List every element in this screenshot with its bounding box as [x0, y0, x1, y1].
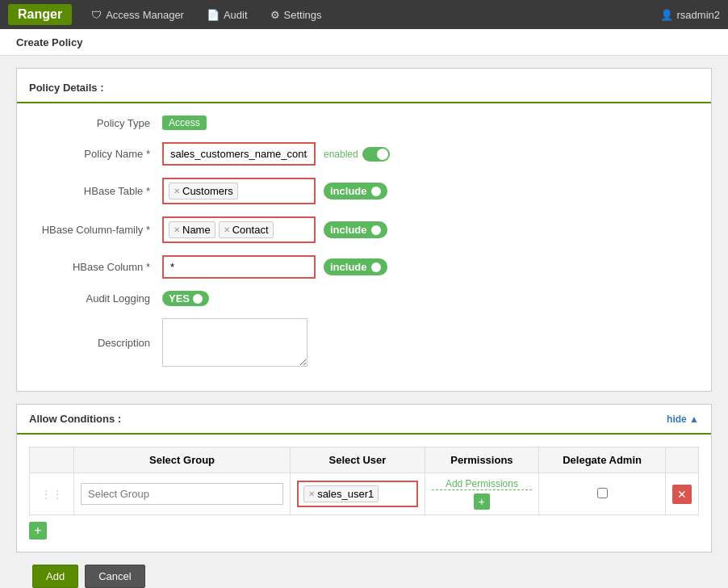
page-title-bar: Create Policy [0, 29, 728, 56]
select-group-input[interactable] [81, 483, 283, 505]
hbase-table-include-toggle[interactable]: include [324, 183, 387, 200]
policy-enabled-label: enabled [324, 149, 358, 160]
delegate-admin-checkbox[interactable] [597, 488, 608, 498]
delete-row-button[interactable]: ✕ [672, 485, 692, 504]
user-tag-close-icon[interactable]: ✕ [308, 489, 315, 498]
hbase-table-row: HBase Table * ✕ Customers include [17, 178, 711, 204]
add-row-button[interactable]: + [29, 522, 47, 540]
allow-conditions-title: Allow Conditions : [29, 413, 121, 425]
audit-logging-row: Audit Logging YES [17, 291, 711, 306]
hbase-column-value: include [162, 255, 387, 279]
tag-close-icon[interactable]: ✕ [174, 187, 180, 195]
description-value [162, 318, 308, 367]
audit-toggle-knob [193, 294, 203, 304]
hbase-column-family-input[interactable]: ✕ Name ✕ Contact [162, 216, 316, 243]
policy-details-section: Policy Details : Policy Type Access Poli… [16, 68, 712, 392]
contact-tag: ✕ Contact [219, 221, 274, 238]
hbase-column-family-label: HBase Column-family * [33, 224, 162, 236]
description-row: Description [17, 318, 711, 367]
bottom-buttons: Add Cancel [16, 552, 712, 588]
select-user-input[interactable]: ✕ sales_user1 [297, 481, 418, 507]
name-tag-close-icon[interactable]: ✕ [174, 225, 180, 234]
policy-type-badge: Access [162, 116, 207, 130]
policy-name-label: Policy Name * [33, 148, 162, 160]
delete-cell: ✕ [666, 473, 699, 515]
allow-conditions-header: Allow Conditions : hide ▲ [17, 405, 711, 435]
hbase-column-input[interactable] [162, 255, 316, 279]
hbase-column-family-row: HBase Column-family * ✕ Name ✕ Contact i… [17, 216, 711, 243]
policy-enabled-toggle-wrap: enabled [324, 147, 390, 162]
delegate-admin-cell [539, 473, 666, 515]
delete-col-header [666, 447, 699, 473]
add-button[interactable]: Add [32, 565, 78, 588]
hbase-column-family-include-toggle[interactable]: include [324, 221, 387, 238]
shield-icon: 🛡 [91, 9, 102, 21]
audit-icon: 📄 [207, 9, 220, 21]
hide-link[interactable]: hide ▲ [667, 414, 699, 425]
cancel-button[interactable]: Cancel [85, 565, 144, 588]
customers-tag: ✕ Customers [169, 183, 238, 200]
policy-name-value: enabled [162, 142, 390, 166]
allow-table: Select Group Select User Permissions Del… [29, 447, 699, 515]
allow-conditions-section: Allow Conditions : hide ▲ Select Group S… [16, 404, 712, 552]
main-content: Policy Details : Policy Type Access Poli… [0, 56, 728, 588]
description-textarea[interactable] [162, 318, 308, 367]
hbase-column-label: HBase Column * [33, 261, 162, 273]
hbase-column-family-toggle-knob [371, 225, 381, 235]
add-permissions-button[interactable]: + [474, 494, 490, 510]
add-permissions-link[interactable]: Add Permissions [432, 478, 532, 490]
sales-user1-tag: ✕ sales_user1 [303, 485, 379, 502]
policy-name-row: Policy Name * enabled [17, 142, 711, 166]
policy-name-input[interactable] [162, 142, 316, 166]
nav-settings[interactable]: ⚙ Settings [259, 2, 333, 27]
top-navigation: Ranger 🛡 Access Manager 📄 Audit ⚙ Settin… [0, 0, 728, 29]
drag-handle-cell: ⋮⋮ [30, 473, 74, 515]
select-user-cell: ✕ sales_user1 [291, 473, 425, 515]
allow-table-wrap: Select Group Select User Permissions Del… [17, 435, 711, 552]
hbase-column-row: HBase Column * include [17, 255, 711, 279]
policy-type-row: Policy Type Access [17, 116, 711, 130]
page-title: Create Policy [16, 36, 82, 48]
table-row: ⋮⋮ ✕ sales_user1 [30, 473, 699, 515]
audit-logging-value: YES [162, 291, 209, 306]
nav-audit[interactable]: 📄 Audit [195, 2, 259, 27]
hbase-column-family-value: ✕ Name ✕ Contact include [162, 216, 387, 243]
add-row-wrap: + [29, 515, 699, 540]
hbase-table-value: ✕ Customers include [162, 178, 387, 204]
audit-logging-label: Audit Logging [33, 292, 162, 304]
name-tag: ✕ Name [169, 221, 215, 238]
drag-handle-icon[interactable]: ⋮⋮ [36, 488, 67, 501]
select-group-header: Select Group [74, 447, 291, 473]
audit-yes-toggle[interactable]: YES [162, 291, 209, 306]
permissions-cell: Add Permissions + [425, 473, 538, 515]
hbase-column-include-toggle[interactable]: include [324, 258, 387, 275]
brand-logo: Ranger [8, 4, 72, 25]
contact-tag-close-icon[interactable]: ✕ [224, 225, 230, 234]
user-info: 👤 rsadmin2 [660, 9, 720, 21]
policy-details-header: Policy Details : [17, 81, 711, 103]
policy-enabled-toggle[interactable] [362, 147, 390, 162]
select-group-cell [74, 473, 291, 515]
settings-icon: ⚙ [270, 9, 280, 21]
permissions-header: Permissions [425, 447, 538, 473]
hbase-table-toggle-knob [371, 187, 381, 196]
delegate-admin-header: Delegate Admin [539, 447, 666, 473]
user-icon: 👤 [660, 9, 673, 21]
description-label: Description [33, 337, 162, 349]
hbase-table-label: HBase Table * [33, 185, 162, 197]
hbase-column-toggle-knob [371, 262, 381, 272]
hbase-table-input[interactable]: ✕ Customers [162, 178, 316, 204]
drag-col-header [30, 447, 74, 473]
policy-type-value: Access [162, 116, 207, 130]
nav-access-manager[interactable]: 🛡 Access Manager [80, 2, 195, 27]
select-user-header: Select User [291, 447, 425, 473]
policy-type-label: Policy Type [33, 117, 162, 129]
